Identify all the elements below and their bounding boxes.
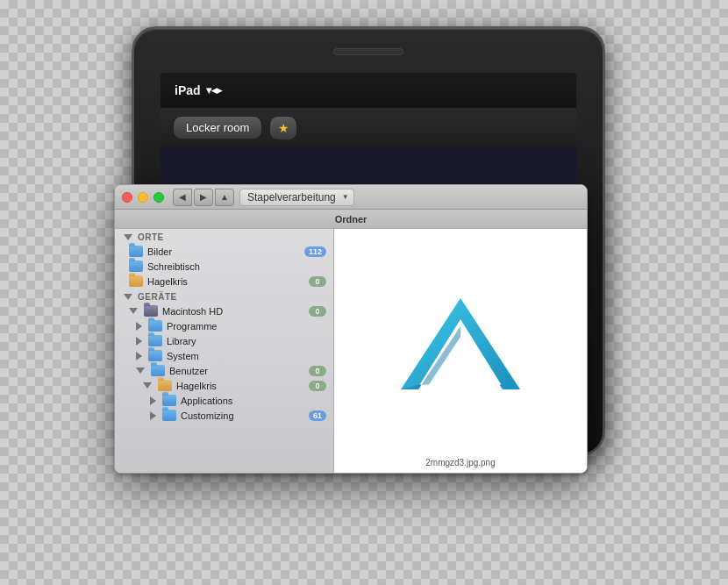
locker-room-button[interactable]: Locker room	[173, 116, 262, 139]
nav-arrows: ◀ ▶ ▲	[173, 189, 234, 206]
sidebar-item-library[interactable]: Library	[115, 333, 333, 348]
finder-window: ◀ ▶ ▲ Stapelverarbeitung Ordner ORTE Bil…	[114, 184, 588, 474]
benutzer-label: Benutzer	[169, 366, 208, 376]
folder-icon-hagelkris-orte	[129, 275, 143, 287]
folder-icon-hd	[144, 305, 158, 317]
ipad-toolbar: Locker room ★	[161, 108, 576, 147]
sidebar-item-benutzer[interactable]: Benutzer 0	[115, 363, 333, 378]
ipad-label: iPad ▾◂▸	[175, 83, 222, 97]
schreibtisch-label: Schreibtisch	[147, 261, 200, 272]
up-button[interactable]: ▲	[215, 189, 234, 206]
customizing-label: Customizing	[181, 410, 234, 421]
folder-icon-applications	[162, 395, 176, 406]
bilder-label: Bilder	[147, 246, 172, 257]
hagelkris-gerate-chevron	[143, 382, 152, 389]
close-button[interactable]	[122, 192, 132, 203]
folder-icon-schreibtisch	[129, 260, 143, 272]
ordner-bar: Ordner	[115, 210, 587, 229]
finder-sidebar: ORTE Bilder 112 Schreibtisch Hagelkris 0…	[115, 229, 334, 473]
ordner-label: Ordner	[335, 214, 368, 225]
programme-label: Programme	[167, 321, 217, 332]
preview-filename: 2mmgzd3.jpg.png	[334, 458, 587, 467]
library-label: Library	[167, 336, 196, 346]
sidebar-item-customizing[interactable]: Customizing 61	[115, 408, 333, 423]
macintosh-hd-badge: 0	[309, 306, 326, 317]
preview-logo-svg	[390, 281, 531, 421]
sidebar-item-system[interactable]: System	[115, 348, 333, 363]
bilder-badge: 112	[304, 246, 326, 257]
orte-label: ORTE	[138, 232, 164, 242]
sidebar-item-macintosh-hd[interactable]: Macintosh HD 0	[115, 303, 333, 318]
gerate-chevron	[124, 294, 132, 300]
sidebar-item-schreibtisch[interactable]: Schreibtisch	[115, 259, 333, 274]
filename-text: 2mmgzd3.jpg.png	[425, 458, 496, 467]
sidebar-item-bilder[interactable]: Bilder 112	[115, 244, 333, 259]
ipad-speaker	[333, 48, 403, 55]
finder-body: ORTE Bilder 112 Schreibtisch Hagelkris 0…	[115, 229, 587, 473]
hagelkris-gerate-badge: 0	[309, 381, 326, 391]
folder-icon-customizing	[162, 410, 176, 421]
ipad-title-text: iPad	[175, 83, 201, 97]
folder-icon-programme	[148, 320, 162, 332]
folder-icon-library	[148, 335, 162, 346]
ipad-status-bar: iPad ▾◂▸	[161, 73, 576, 108]
forward-button[interactable]: ▶	[194, 189, 213, 206]
folder-icon-benutzer	[151, 365, 165, 376]
section-orte: ORTE	[115, 229, 333, 244]
section-gerate: GERÄTE	[115, 289, 333, 303]
finder-preview: 2mmgzd3.jpg.png	[334, 229, 587, 473]
maximize-button[interactable]	[153, 192, 164, 203]
folder-icon-bilder	[129, 246, 143, 257]
wifi-icon: ▾◂▸	[206, 84, 222, 96]
customizing-chevron	[150, 411, 156, 420]
programme-chevron	[136, 322, 142, 331]
folder-icon-hagelkris-gerate	[158, 380, 172, 391]
preview-image-area	[334, 229, 587, 473]
macintosh-hd-label: Macintosh HD	[162, 306, 223, 317]
orte-chevron	[124, 234, 132, 240]
macintosh-chevron	[129, 308, 138, 314]
applications-chevron	[150, 396, 156, 405]
system-label: System	[167, 351, 199, 361]
benutzer-chevron	[136, 367, 145, 374]
customizing-badge: 61	[309, 410, 326, 421]
sidebar-item-applications[interactable]: Applications	[115, 393, 333, 408]
back-button[interactable]: ◀	[173, 189, 192, 206]
sidebar-item-hagelkris-gerate[interactable]: Hagelkris 0	[115, 378, 333, 393]
star-button[interactable]: ★	[269, 116, 297, 140]
hagelkris-gerate-label: Hagelkris	[176, 381, 217, 391]
applications-label: Applications	[181, 396, 232, 406]
title-dropdown[interactable]: Stapelverarbeitung	[239, 189, 354, 206]
minimize-button[interactable]	[138, 192, 148, 203]
sidebar-item-programme[interactable]: Programme	[115, 318, 333, 333]
finder-titlebar: ◀ ▶ ▲ Stapelverarbeitung	[115, 185, 587, 210]
gerate-label: GERÄTE	[138, 292, 177, 302]
benutzer-badge: 0	[309, 366, 326, 376]
sidebar-item-hagelkris-orte[interactable]: Hagelkris 0	[115, 274, 333, 289]
hagelkris-orte-badge: 0	[309, 276, 326, 287]
folder-icon-system	[148, 350, 162, 361]
system-chevron	[136, 352, 142, 360]
library-chevron	[136, 337, 142, 346]
hagelkris-orte-label: Hagelkris	[147, 276, 188, 287]
